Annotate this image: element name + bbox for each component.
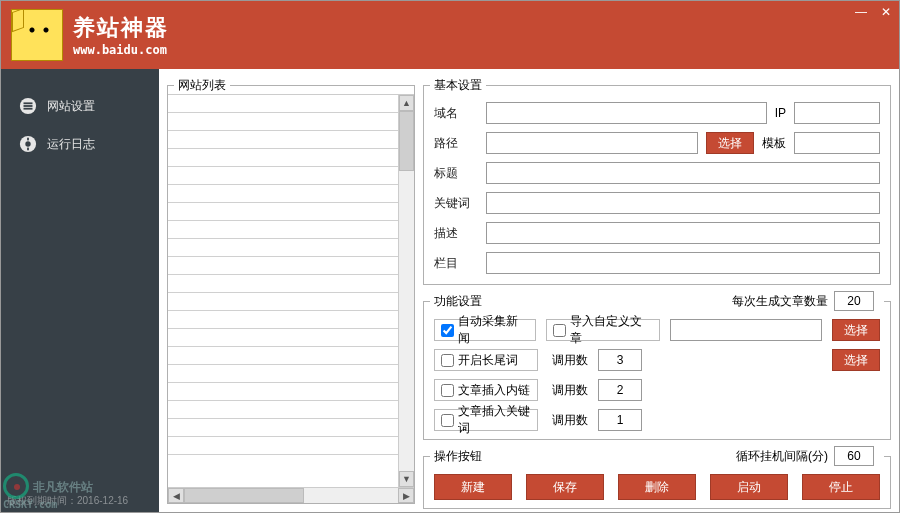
list-item[interactable] [168,365,414,383]
start-button[interactable]: 启动 [710,474,788,500]
list-item[interactable] [168,275,414,293]
basic-settings-title: 基本设置 [430,77,486,94]
label-desc: 描述 [434,225,478,242]
operation-title: 操作按钮 [434,448,482,465]
list-item[interactable] [168,185,414,203]
svg-rect-6 [27,148,29,151]
insert-keyword-checkbox[interactable]: 文章插入关键词 [434,409,538,431]
keywords-input[interactable] [486,192,880,214]
select-longtail-button[interactable]: 选择 [832,349,880,371]
domain-input[interactable] [486,102,767,124]
svg-rect-5 [27,138,29,141]
select-path-button[interactable]: 选择 [706,132,754,154]
longtail-check-icon[interactable] [441,354,454,367]
list-item[interactable] [168,131,414,149]
desc-input[interactable] [486,222,880,244]
vertical-scrollbar[interactable]: ▲ ▼ [398,95,414,487]
list-item[interactable] [168,239,414,257]
import-custom-check-icon[interactable] [553,324,566,337]
call-longtail-input[interactable] [598,349,642,371]
scroll-thumb[interactable] [184,488,304,503]
svg-rect-2 [24,105,33,107]
list-item[interactable] [168,329,414,347]
scroll-left-icon[interactable]: ◀ [168,488,184,503]
custom-article-path-input[interactable] [670,319,822,341]
list-item[interactable] [168,95,414,113]
list-item[interactable] [168,149,414,167]
close-icon[interactable]: ✕ [881,5,891,19]
new-button[interactable]: 新建 [434,474,512,500]
call-keyword-input[interactable] [598,409,642,431]
label-ip: IP [775,106,786,120]
list-item[interactable] [168,203,414,221]
delete-button[interactable]: 删除 [618,474,696,500]
import-custom-checkbox[interactable]: 导入自定义文章 [546,319,660,341]
list-item[interactable] [168,419,414,437]
window-controls: — ✕ [855,5,891,19]
list-item[interactable] [168,401,414,419]
label-call-keyword: 调用数 [552,412,588,429]
label-call-longtail: 调用数 [552,352,588,369]
list-item[interactable] [168,383,414,401]
list-item[interactable] [168,311,414,329]
svg-rect-3 [24,108,33,110]
stop-button[interactable]: 停止 [802,474,880,500]
column-input[interactable] [486,252,880,274]
basic-settings-panel: 基本设置 域名 IP 路径 选择 模板 [423,77,891,285]
label-column: 栏目 [434,255,478,272]
app-url: www.baidu.com [73,43,169,57]
innerlink-check-icon[interactable] [441,384,454,397]
label-loop-interval: 循环挂机间隔(分) [736,448,828,465]
app-title: 养站神器 [73,13,169,43]
label-call-innerlink: 调用数 [552,382,588,399]
horizontal-scrollbar[interactable]: ◀ ▶ [168,487,414,503]
list-item[interactable] [168,167,414,185]
function-settings-panel: 功能设置 每次生成文章数量 自动采集新闻 [423,291,891,440]
label-keywords: 关键词 [434,195,478,212]
auto-collect-checkbox[interactable]: 自动采集新闻 [434,319,536,341]
site-list-panel: 网站列表 [167,77,415,504]
function-settings-title: 功能设置 [434,293,482,310]
log-icon [19,135,37,153]
call-innerlink-input[interactable] [598,379,642,401]
sidebar-item-label: 运行日志 [47,136,95,153]
site-list[interactable]: ▲ ▼ [168,95,414,487]
label-path: 路径 [434,135,478,152]
gen-count-input[interactable] [834,291,874,311]
label-gen-count: 每次生成文章数量 [732,293,828,310]
svg-rect-1 [24,102,33,104]
sidebar-item-site-settings[interactable]: 网站设置 [1,87,159,125]
app-logo-icon [11,9,63,61]
title-input[interactable] [486,162,880,184]
list-item[interactable] [168,257,414,275]
save-button[interactable]: 保存 [526,474,604,500]
label-domain: 域名 [434,105,478,122]
list-item[interactable] [168,293,414,311]
template-input[interactable] [794,132,880,154]
ip-input[interactable] [794,102,880,124]
scroll-right-icon[interactable]: ▶ [398,488,414,503]
sidebar: 网站设置 运行日志 版权到期时间：2016-12-16 [1,69,159,512]
list-item[interactable] [168,221,414,239]
site-list-title: 网站列表 [174,77,230,94]
path-input[interactable] [486,132,698,154]
loop-interval-input[interactable] [834,446,874,466]
select-custom-button[interactable]: 选择 [832,319,880,341]
operation-panel: 操作按钮 循环挂机间隔(分) 新建 保存 删除 启动 停止 [423,446,891,509]
longtail-checkbox[interactable]: 开启长尾词 [434,349,538,371]
label-title: 标题 [434,165,478,182]
scroll-thumb[interactable] [399,111,414,171]
minimize-icon[interactable]: — [855,5,867,19]
scroll-down-icon[interactable]: ▼ [399,471,414,487]
sidebar-item-run-log[interactable]: 运行日志 [1,125,159,163]
list-item[interactable] [168,113,414,131]
insert-keyword-check-icon[interactable] [441,414,454,427]
scroll-up-icon[interactable]: ▲ [399,95,414,111]
auto-collect-check-icon[interactable] [441,324,454,337]
sidebar-item-label: 网站设置 [47,98,95,115]
titlebar: 养站神器 www.baidu.com — ✕ [1,1,899,69]
settings-list-icon [19,97,37,115]
list-item[interactable] [168,437,414,455]
list-item[interactable] [168,347,414,365]
innerlink-checkbox[interactable]: 文章插入内链 [434,379,538,401]
